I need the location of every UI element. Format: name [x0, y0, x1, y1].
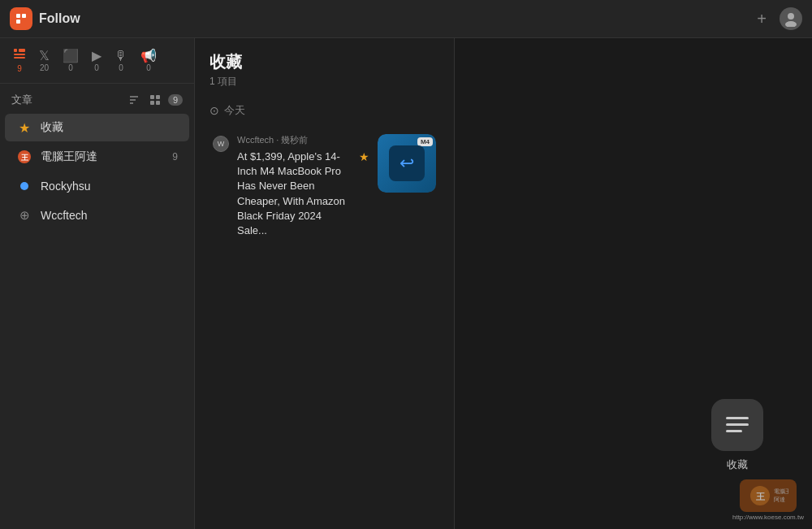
- computer-king-icon: 王: [16, 149, 32, 165]
- svg-rect-18: [726, 417, 749, 419]
- sidebar-item-label: Rockyhsu: [41, 180, 170, 193]
- pane-title: 收藏: [209, 51, 439, 73]
- svg-rect-15: [156, 101, 160, 105]
- svg-rect-5: [14, 49, 17, 52]
- clock-icon: ⊙: [209, 104, 219, 117]
- sidebar-item-label: Wccftech: [41, 209, 170, 222]
- floating-app-icon: [711, 399, 763, 451]
- macbook-inner: ↩: [389, 145, 425, 181]
- twitter-feed-icon[interactable]: 𝕏 20: [34, 46, 54, 76]
- svg-rect-20: [726, 430, 742, 432]
- sidebar-item-count: 9: [172, 151, 178, 163]
- middle-pane: 收藏 1 項目 ⊙ 今天 W Wccftech · 幾秒前 At $1,399,…: [195, 38, 455, 529]
- article-item[interactable]: W Wccftech · 幾秒前 At $1,399, Apple's 14-I…: [201, 126, 447, 246]
- rockyhsu-icon: [16, 178, 32, 194]
- svg-text:王: 王: [21, 154, 29, 162]
- article-thumbnail: M4 ↩: [378, 134, 436, 193]
- notification-feed-icon[interactable]: 📢 0: [136, 46, 162, 76]
- svg-point-3: [788, 13, 794, 20]
- svg-rect-14: [150, 101, 154, 105]
- svg-text:王: 王: [755, 492, 765, 501]
- svg-rect-8: [14, 57, 25, 59]
- svg-rect-0: [16, 14, 20, 18]
- svg-rect-7: [14, 54, 25, 55]
- sidebar: 9 𝕏 20 ⬛ 0 ▶ 0 🎙 0 📢: [0, 38, 195, 529]
- watermark-url: http://www.koese.com.tw: [732, 514, 804, 521]
- avatar[interactable]: [780, 7, 802, 30]
- pane-header: 收藏 1 項目: [195, 38, 454, 95]
- svg-rect-19: [726, 423, 749, 426]
- main-area: 9 𝕏 20 ⬛ 0 ▶ 0 🎙 0 📢: [0, 38, 812, 529]
- svg-rect-13: [156, 95, 160, 99]
- svg-point-4: [785, 21, 797, 27]
- sidebar-item-favorites[interactable]: ★ 收藏: [5, 114, 189, 141]
- article-title-row: At $1,399, Apple's 14-Inch M4 MacBook Pr…: [237, 150, 369, 238]
- watermark: 王 電腦王 阿達 http://www.koese.com.tw: [732, 479, 804, 521]
- sidebar-section-header: 文章 9: [0, 84, 194, 113]
- article-star-icon[interactable]: ★: [359, 150, 369, 163]
- podcast-feed-icon[interactable]: 🎙 0: [110, 46, 132, 76]
- unread-badge: 9: [168, 94, 183, 106]
- star-icon: ★: [16, 119, 32, 136]
- sort-button[interactable]: [126, 92, 142, 108]
- app-logo: [10, 7, 32, 30]
- grid-button[interactable]: [147, 92, 163, 108]
- source-icon: W: [213, 136, 229, 152]
- svg-rect-12: [150, 95, 154, 99]
- rss-feed-icon[interactable]: 9: [8, 45, 31, 76]
- svg-rect-6: [19, 49, 25, 52]
- feed-icons-bar: 9 𝕏 20 ⬛ 0 ▶ 0 🎙 0 📢: [0, 38, 194, 84]
- sidebar-section-actions: 9: [126, 92, 183, 108]
- image-feed-icon[interactable]: ⬛ 0: [58, 46, 84, 76]
- svg-rect-2: [16, 20, 20, 24]
- section-date-label: 今天: [224, 103, 245, 118]
- video-feed-icon[interactable]: ▶ 0: [87, 46, 106, 76]
- right-pane: 收藏 王 電腦王 阿達 http://www.koese.com.tw: [455, 38, 812, 529]
- section-date: ⊙ 今天: [195, 95, 454, 124]
- svg-rect-1: [22, 14, 26, 18]
- sidebar-item-rockyhsu[interactable]: Rockyhsu: [5, 172, 189, 200]
- wccftech-icon: ⊕: [16, 207, 32, 223]
- sidebar-item-wccftech[interactable]: ⊕ Wccftech: [5, 202, 189, 229]
- svg-text:阿達: 阿達: [774, 496, 785, 502]
- sidebar-item-label: 電腦王阿達: [41, 150, 164, 164]
- sidebar-item-computer-king[interactable]: 王 電腦王阿達 9: [5, 143, 189, 171]
- article-content: Wccftech · 幾秒前 At $1,399, Apple's 14-Inc…: [237, 134, 369, 238]
- svg-text:電腦王: 電腦王: [774, 488, 788, 494]
- article-meta: Wccftech · 幾秒前: [237, 134, 369, 146]
- add-button[interactable]: +: [750, 7, 773, 30]
- sidebar-item-label: 收藏: [41, 120, 170, 135]
- pane-subtitle: 1 項目: [209, 75, 439, 89]
- sidebar-section-label: 文章: [11, 93, 126, 107]
- floating-app-label: 收藏: [727, 457, 748, 472]
- floating-app: 收藏: [711, 399, 763, 472]
- article-title: At $1,399, Apple's 14-Inch M4 MacBook Pr…: [237, 150, 354, 238]
- article-source: Wccftech: [237, 135, 274, 145]
- article-time: 幾秒前: [281, 135, 308, 145]
- app-title: Follow: [39, 11, 750, 26]
- titlebar: Follow +: [0, 0, 812, 38]
- watermark-badge: 王 電腦王 阿達: [740, 479, 797, 512]
